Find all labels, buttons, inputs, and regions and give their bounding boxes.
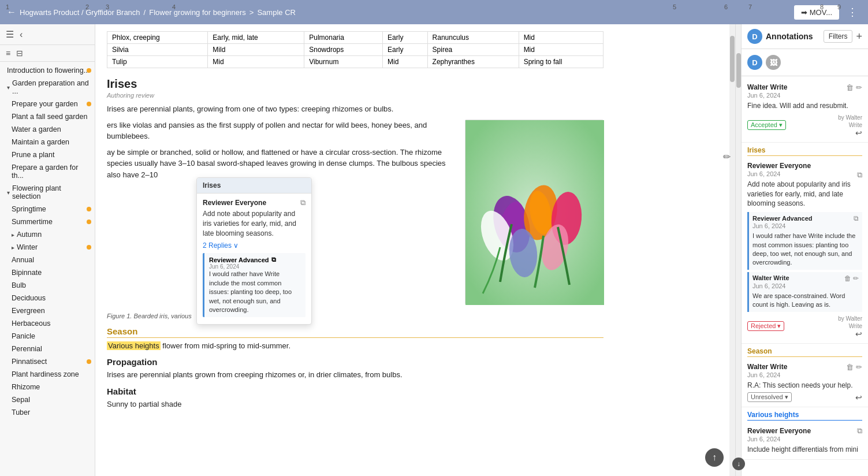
popup-reply1-name: Reviewer Advanced	[209, 256, 269, 263]
ann-card1-reply-icon[interactable]: ↩	[855, 128, 862, 137]
sidebar-item-18[interactable]: Herbaceous	[0, 317, 95, 330]
sidebar-tree-view-button[interactable]: ⊟	[15, 47, 24, 59]
sidebar: ☰ ‹ ≡ ⊟ Introduction to flowering...▾ Ga…	[0, 24, 95, 476]
ann-card1-by2: Write	[838, 122, 862, 128]
season-text: flower from mid-spring to mid-summer.	[162, 341, 290, 350]
sidebar-item-2[interactable]: Prepare your garden	[0, 98, 95, 110]
ann-card3-reviewer: Walter Write	[747, 363, 787, 371]
sidebar-item-25[interactable]: Tuber	[0, 406, 95, 419]
ann-card3-status[interactable]: Unresolved ▾	[747, 392, 792, 402]
para2-text: ers like violas and pansies as the first…	[107, 121, 427, 141]
sidebar-item-7[interactable]: Prepare a garden for th...	[0, 161, 95, 182]
ann-card2-sub2-delete[interactable]: 🗑	[844, 274, 851, 282]
sidebar-item-4[interactable]: Water a garden	[0, 123, 95, 136]
scroll-up-button[interactable]: ↑	[705, 448, 724, 467]
sidebar-item-19[interactable]: Panicle	[0, 330, 95, 343]
ann-card3-delete-icon[interactable]: 🗑	[846, 363, 854, 371]
table-row: Phlox, creepingEarly, mid, latePulmonari…	[107, 32, 603, 44]
annotations-filter-button[interactable]: Filters	[824, 30, 853, 43]
sidebar-collapse-button[interactable]: ☰	[5, 28, 15, 41]
sidebar-item-10[interactable]: Summertime	[0, 215, 95, 228]
back-icon[interactable]: ←	[7, 7, 16, 17]
sidebar-item-9[interactable]: Springtime	[0, 203, 95, 215]
popup-copy-icon[interactable]: ⧉	[300, 198, 306, 207]
sidebar-item-17[interactable]: Evergreen	[0, 304, 95, 317]
breadcrumb-2[interactable]: Flower growing for beginners	[149, 8, 246, 17]
sidebar-dot-21	[87, 359, 91, 364]
sidebar-item-12[interactable]: ▸ Winter	[0, 241, 95, 254]
popup-replies-list: Reviewer Advanced ⧉ Jun 6, 2024 I would …	[203, 253, 306, 319]
sidebar-collapse-chevron[interactable]: ‹	[18, 28, 24, 41]
sidebar-item-0[interactable]: Introduction to flowering...	[0, 64, 95, 77]
sidebar-item-label-1: Garden preparation and ...	[12, 79, 90, 95]
habitat-text: Sunny to partial shade	[107, 399, 603, 410]
sidebar-item-label-14: Bipinnate	[12, 269, 42, 277]
ann-card2-sub-copy[interactable]: ⧉	[854, 214, 859, 222]
season-paragraph: Various heights flower from mid-spring t…	[107, 340, 603, 352]
move-button[interactable]: ➡ MOV...	[794, 5, 839, 20]
ann-card1-status[interactable]: Accepted ▾	[747, 120, 786, 130]
popup-reply-name: Reviewer Advanced ⧉	[209, 256, 301, 263]
ann-card2-sub-reviewer: Reviewer Advanced	[752, 215, 813, 222]
sidebar-item-13[interactable]: Annual	[0, 254, 95, 266]
ann-card2-copy-icon[interactable]: ⧉	[857, 170, 862, 180]
content-table: Phlox, creepingEarly, mid, latePulmonari…	[107, 31, 603, 68]
ann-card2-reply-icon[interactable]: ↩	[855, 329, 862, 339]
ann-card1-delete-icon[interactable]: 🗑	[846, 83, 854, 92]
main-scrollbar[interactable]: ↓	[735, 24, 741, 476]
sidebar-item-11[interactable]: ▸ Autumn	[0, 228, 95, 241]
kebab-menu-button[interactable]: ⋮	[844, 5, 861, 20]
sidebar-item-14[interactable]: Bipinnate	[0, 266, 95, 279]
sidebar-item-15[interactable]: Bulb	[0, 279, 95, 292]
breadcrumb-3[interactable]: Sample CR	[257, 8, 295, 17]
sidebar-item-5[interactable]: Maintain a garden	[0, 136, 95, 148]
sidebar-item-22[interactable]: Plant hardiness zone	[0, 368, 95, 381]
sidebar-item-6[interactable]: Prune a plant	[0, 148, 95, 161]
ann-d-icon: D	[747, 55, 762, 70]
sidebar-item-3[interactable]: Plant a fall seed garden	[0, 110, 95, 123]
sidebar-list-view-button[interactable]: ≡	[5, 47, 12, 59]
intro-paragraph: Irises are perennial plants, growing fro…	[107, 103, 603, 115]
ann-card3-edit-icon[interactable]: ✏	[856, 363, 862, 371]
popup-reviewer-name: Reviewer Everyone	[203, 199, 266, 207]
ann-card2-status[interactable]: Rejected ▾	[747, 321, 784, 331]
annotations-panel: D Annotations Filters + D 🖼 Walter Write…	[741, 24, 868, 476]
sidebar-item-label-19: Panicle	[12, 332, 35, 340]
sidebar-item-16[interactable]: Deciduous	[0, 292, 95, 304]
annotations-header: D Annotations Filters +	[742, 24, 868, 49]
sidebar-item-23[interactable]: Rhizome	[0, 381, 95, 393]
popup-header: Irises	[197, 178, 311, 194]
ann-card2-sub2-edit[interactable]: ✏	[853, 274, 859, 282]
popup-replies-toggle[interactable]: 2 Replies ∨	[203, 241, 306, 250]
main-scrollbar-thumb[interactable]	[736, 53, 741, 88]
sidebar-item-20[interactable]: Perennial	[0, 343, 95, 355]
breadcrumb-sep-1: /	[144, 8, 146, 17]
sidebar-item-label-10: Summertime	[12, 218, 53, 226]
add-annotation-button[interactable]: +	[856, 31, 862, 43]
sidebar-dot-9	[87, 207, 91, 211]
sidebar-item-8[interactable]: ▾ Flowering plant selection	[0, 182, 95, 203]
popup-content: Reviewer Everyone ⧉ Add note about popul…	[197, 194, 311, 324]
season-heading: Season	[107, 326, 603, 338]
popup-reply1-text: I would rather have Write include the mo…	[209, 270, 301, 314]
table-cell-2-1: Mid	[208, 56, 304, 68]
ann-card1-edit-icon[interactable]: ✏	[856, 83, 862, 92]
table-cell-0-0: Phlox, creeping	[107, 32, 208, 44]
scroll-down-button[interactable]: ↓	[732, 458, 745, 470]
popup-reply1-copy[interactable]: ⧉	[271, 256, 276, 263]
sidebar-item-24[interactable]: Sepal	[0, 393, 95, 406]
table-cell-2-5: Spring to fall	[519, 56, 603, 68]
content-scrollbar[interactable]	[729, 24, 735, 476]
sidebar-item-label-7: Prepare a garden for th...	[12, 163, 90, 180]
ann-card3-reply-icon[interactable]: ↩	[855, 393, 862, 402]
scrollbar-thumb[interactable]	[730, 36, 735, 82]
sidebar-item-label-3: Plant a fall seed garden	[12, 113, 87, 121]
ann-image-icon: 🖼	[766, 55, 781, 70]
table-cell-1-4: Spirea	[427, 44, 519, 56]
sidebar-item-1[interactable]: ▾ Garden preparation and ...	[0, 77, 95, 98]
breadcrumb-1[interactable]: Hogwarts Product / Gryffidor Branch	[20, 8, 140, 17]
edit-icon[interactable]: ✏	[723, 151, 731, 162]
sidebar-item-21[interactable]: Pinnatisect	[0, 355, 95, 368]
ann-card4-copy[interactable]: ⧉	[857, 426, 862, 436]
content-area[interactable]: Phlox, creepingEarly, mid, latePulmonari…	[95, 24, 735, 476]
